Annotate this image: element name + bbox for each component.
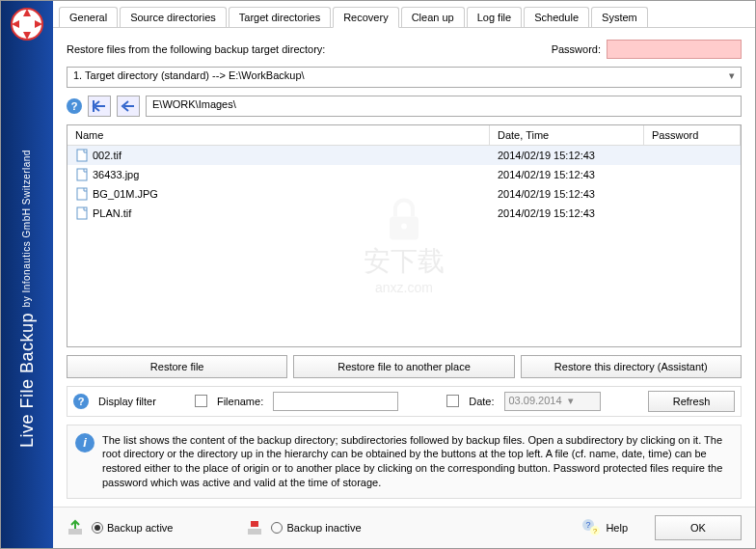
info-box: i The list shows the content of the back…	[67, 425, 742, 499]
radio-icon	[92, 522, 103, 534]
svg-rect-10	[248, 529, 261, 535]
nav-up-icon	[121, 99, 136, 113]
file-row[interactable]: 002.tif 2014/02/19 15:12:43	[68, 146, 741, 165]
password-label: Password:	[552, 43, 601, 55]
filter-row: ? Display filter Filename: Date: 03.09.2…	[67, 386, 742, 417]
tab-source-directories[interactable]: Source directories	[120, 7, 227, 27]
file-icon	[75, 206, 89, 220]
backup-active-radio[interactable]: Backup active	[92, 522, 173, 534]
tab-system[interactable]: System	[591, 7, 648, 27]
password-input[interactable]	[607, 40, 742, 59]
svg-text:?: ?	[586, 520, 591, 530]
restore-file-button[interactable]: Restore file	[67, 355, 287, 378]
file-icon	[75, 187, 89, 201]
filename-label: Filename:	[217, 396, 263, 407]
help-bubbles-icon: ??	[580, 517, 602, 538]
help-link[interactable]: ?? Help	[580, 517, 628, 538]
tab-schedule[interactable]: Schedule	[524, 7, 589, 27]
column-password[interactable]: Password	[644, 125, 741, 145]
svg-rect-4	[77, 169, 87, 180]
ok-button[interactable]: OK	[655, 515, 742, 540]
file-list: Name Date, Time Password 002.tif 2014/02…	[67, 124, 742, 347]
file-row[interactable]: 36433.jpg 2014/02/19 15:12:43	[68, 165, 741, 184]
backup-active-icon	[67, 519, 84, 536]
file-icon	[75, 168, 89, 181]
tab-bar: General Source directories Target direct…	[53, 1, 755, 28]
svg-point-1	[20, 17, 34, 31]
nav-up-button[interactable]	[117, 96, 140, 117]
radio-icon	[271, 522, 283, 534]
info-text: The list shows the content of the backup…	[102, 433, 733, 490]
app-logo-icon	[10, 7, 44, 41]
nav-root-icon	[92, 99, 107, 113]
tab-clean-up[interactable]: Clean up	[401, 7, 465, 27]
svg-rect-6	[77, 207, 87, 219]
svg-rect-3	[77, 150, 87, 161]
backup-inactive-radio[interactable]: Backup inactive	[271, 522, 361, 534]
file-header: Name Date, Time Password	[68, 125, 741, 146]
date-checkbox[interactable]	[446, 395, 459, 407]
restore-label: Restore files from the following backup …	[67, 43, 325, 55]
file-row[interactable]: PLAN.tif 2014/02/19 15:12:43	[68, 204, 741, 223]
filename-input[interactable]	[273, 392, 398, 411]
restore-other-place-button[interactable]: Restore file to another place	[293, 355, 514, 378]
column-date[interactable]: Date, Time	[490, 125, 644, 145]
restore-directory-button[interactable]: Restore this directory (Assistant)	[521, 355, 742, 378]
sidebar-title: Live File Backup by Infonautics GmbH Swi…	[17, 49, 38, 548]
filter-label: Display filter	[98, 396, 156, 407]
help-icon[interactable]: ?	[67, 98, 82, 114]
target-directory-dropdown[interactable]: 1. Target directory (standard) --> E:\Wo…	[67, 67, 742, 88]
tab-target-directories[interactable]: Target directories	[229, 7, 331, 27]
svg-rect-9	[68, 529, 82, 535]
backup-inactive-icon	[246, 519, 263, 536]
svg-rect-2	[93, 100, 94, 112]
refresh-button[interactable]: Refresh	[648, 391, 735, 412]
svg-rect-5	[77, 188, 87, 200]
svg-rect-11	[251, 521, 258, 527]
sidebar: Live File Backup by Infonautics GmbH Swi…	[1, 1, 53, 548]
svg-point-8	[401, 224, 407, 230]
file-row[interactable]: BG_01M.JPG 2014/02/19 15:12:43	[68, 184, 741, 204]
tab-log-file[interactable]: Log file	[467, 7, 522, 27]
column-name[interactable]: Name	[68, 125, 490, 145]
filename-checkbox[interactable]	[195, 395, 207, 407]
svg-text:?: ?	[593, 527, 598, 535]
help-icon[interactable]: ?	[73, 394, 89, 409]
file-icon	[75, 149, 89, 162]
bottom-bar: Backup active Backup inactive ?? Help OK	[53, 507, 755, 548]
tab-recovery[interactable]: Recovery	[333, 7, 398, 28]
path-input[interactable]: E\WORK\Images\	[146, 96, 742, 117]
date-label: Date:	[469, 396, 494, 407]
info-icon: i	[75, 433, 94, 453]
date-input[interactable]: 03.09.2014 ▾	[504, 392, 601, 411]
nav-root-button[interactable]	[88, 96, 111, 117]
tab-general[interactable]: General	[59, 7, 118, 27]
